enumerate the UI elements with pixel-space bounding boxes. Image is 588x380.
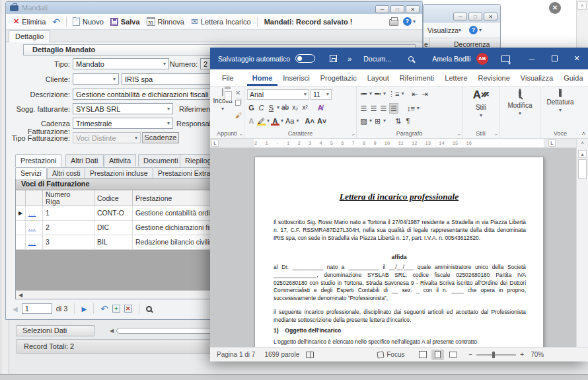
- document-area[interactable]: Lettera di incarico professionale Il sot…: [210, 148, 576, 347]
- zoom-slider-thumb[interactable]: [492, 352, 495, 358]
- close-icon[interactable]: ✕: [484, 13, 497, 20]
- row-detail-link[interactable]: ...: [28, 209, 36, 217]
- scroll-left-icon[interactable]: ◀: [16, 292, 25, 298]
- focus-button[interactable]: Focus: [377, 351, 404, 358]
- maximize-icon[interactable]: □: [390, 5, 404, 13]
- text-effects-icon[interactable]: A: [247, 116, 256, 126]
- column-header-decorrenza[interactable]: Decorrenza: [430, 40, 490, 48]
- incolla-button[interactable]: Incolla ▾: [211, 89, 234, 112]
- bottom-scrollbar[interactable]: ◀: [110, 327, 215, 334]
- undo-icon[interactable]: ↶: [100, 305, 108, 312]
- font-color-icon[interactable]: A: [271, 116, 279, 126]
- increase-indent-icon[interactable]: ⇥: [420, 89, 429, 98]
- tab-prestazioni[interactable]: Prestazioni: [15, 154, 61, 167]
- web-layout-icon[interactable]: [447, 350, 459, 360]
- pilcrow-icon[interactable]: ¶: [404, 116, 412, 126]
- document-name[interactable]: Docum...: [363, 55, 391, 63]
- cell-riga[interactable]: 3: [43, 235, 94, 249]
- dialog-launcher-icon[interactable]: ⌐: [458, 132, 460, 137]
- zoom-out-icon[interactable]: −: [468, 351, 472, 358]
- close-icon[interactable]: ✕: [406, 5, 420, 13]
- italic-button[interactable]: C: [257, 103, 266, 112]
- grow-font-icon[interactable]: A˄: [305, 116, 315, 126]
- multilevel-list-icon[interactable]: ⋮≡: [387, 89, 400, 98]
- change-case-icon[interactable]: Aa: [285, 116, 295, 126]
- zoom-slider[interactable]: [476, 354, 516, 356]
- print-layout-icon[interactable]: [431, 350, 444, 360]
- delete-row-icon[interactable]: ✕: [124, 305, 132, 313]
- tab-altri-costi[interactable]: Altri costi: [47, 167, 86, 178]
- horizontal-ruler[interactable]: L 2 1 ∙ 1 2 3 4 5 6 7 8 9 10 11 12 13 14…: [210, 139, 576, 148]
- maximize-icon[interactable]: [543, 48, 566, 69]
- tab-altri-dati[interactable]: Altri Dati: [65, 154, 104, 167]
- help-icon[interactable]: ?: [469, 26, 478, 34]
- cell-riga[interactable]: 1: [43, 206, 94, 220]
- row-detail-link[interactable]: ...: [28, 224, 36, 231]
- next-record-icon[interactable]: ▶: [81, 305, 87, 313]
- modifica-button[interactable]: Modifica ▾: [499, 90, 540, 116]
- add-row-icon[interactable]: +: [112, 305, 120, 313]
- word-count[interactable]: 1699 parole: [264, 351, 299, 358]
- align-center-icon[interactable]: ☰: [369, 104, 378, 113]
- word-titlebar[interactable]: Salvataggio automatico » Docum... Amela …: [210, 48, 588, 69]
- close-circle-icon[interactable]: ✕: [549, 2, 561, 14]
- cell-codice[interactable]: DIC: [94, 221, 133, 235]
- sogg-fatturante-dropdown[interactable]: SYSLAB SRL▾: [73, 103, 173, 114]
- tab-inserisci[interactable]: Inserisci: [277, 71, 314, 86]
- salva-button[interactable]: Salva: [107, 17, 143, 27]
- search-icon[interactable]: [146, 306, 152, 312]
- tab-revisione[interactable]: Revisione: [473, 71, 515, 86]
- scrollbar-thumb[interactable]: [116, 328, 215, 334]
- tab-prestazioni-extra[interactable]: Prestazioni Extra: [153, 167, 215, 178]
- shading-icon[interactable]: ▨: [359, 116, 368, 126]
- strikethrough-button[interactable]: ab: [281, 103, 289, 112]
- dialog-launcher-icon[interactable]: ⌐: [352, 132, 355, 137]
- zoom-level[interactable]: 70%: [531, 351, 544, 358]
- printer-icon[interactable]: [389, 19, 398, 26]
- cell-riga[interactable]: 2: [43, 221, 94, 235]
- search-icon[interactable]: [408, 56, 414, 61]
- nuovo-button[interactable]: Nuovo: [69, 16, 107, 27]
- col-codice[interactable]: Codice: [94, 190, 133, 206]
- tab-guida[interactable]: Guida: [558, 71, 588, 86]
- font-size-select[interactable]: 11▾: [311, 89, 332, 100]
- scroll-left-icon[interactable]: ◀: [110, 328, 114, 334]
- highlight-color-icon[interactable]: 🖉: [257, 116, 266, 126]
- scadenze-titlebar[interactable]: ─□✕: [423, 5, 500, 22]
- format-painter-icon[interactable]: 🖌: [235, 112, 242, 119]
- collapse-ribbon-icon[interactable]: ˄: [582, 130, 585, 137]
- justify-icon[interactable]: ☰: [389, 103, 398, 114]
- save-icon[interactable]: [330, 55, 337, 62]
- user-name[interactable]: Amela Bodlli: [432, 55, 470, 63]
- tab-layout[interactable]: Layout: [362, 71, 394, 86]
- copy-icon[interactable]: [235, 100, 240, 106]
- close-icon[interactable]: ✕: [566, 48, 588, 69]
- minimize-icon[interactable]: ─: [453, 13, 467, 20]
- cell-codice[interactable]: CONT-O: [94, 206, 133, 220]
- selezioni-dati-panel[interactable]: Selezioni Dati: [17, 325, 94, 336]
- clear-formatting-icon[interactable]: A̸: [316, 103, 324, 112]
- subscript-button[interactable]: x₂: [291, 103, 299, 112]
- quick-access-chevrons[interactable]: »: [348, 55, 351, 63]
- tab-visualizza[interactable]: Visualizza: [515, 71, 558, 86]
- lettera-incarico-button[interactable]: ✉ Lettera Incarico: [188, 17, 254, 27]
- tab-documenti[interactable]: Documenti: [138, 154, 184, 167]
- bold-button[interactable]: G: [247, 103, 256, 112]
- tab-attivita[interactable]: Attivita: [104, 154, 136, 167]
- visualizza-menu[interactable]: Visualizza: [427, 26, 459, 34]
- minimize-icon[interactable]: ─: [375, 5, 389, 13]
- elimina-button[interactable]: ✕ Elimina: [10, 16, 49, 27]
- cut-icon[interactable]: ✕: [235, 89, 240, 96]
- tab-riferimenti[interactable]: Riferimenti: [394, 71, 440, 86]
- ribbon-display-options-icon[interactable]: [501, 56, 510, 62]
- tab-progettazione[interactable]: Progettazic: [315, 71, 362, 86]
- borders-icon[interactable]: ⊞: [373, 116, 382, 126]
- scadenze-button[interactable]: Scadenze: [142, 132, 179, 143]
- dialog-launcher-icon[interactable]: ⌐: [240, 132, 242, 137]
- tab-lettere[interactable]: Lettere: [439, 71, 472, 86]
- collapse-ribbon-icon[interactable]: ˄: [581, 140, 584, 146]
- numbering-icon[interactable]: ≕: [373, 89, 382, 98]
- record-number-input[interactable]: 1: [22, 303, 52, 314]
- tab-servizi[interactable]: Servizi: [15, 167, 47, 179]
- align-right-icon[interactable]: ☰: [379, 104, 388, 113]
